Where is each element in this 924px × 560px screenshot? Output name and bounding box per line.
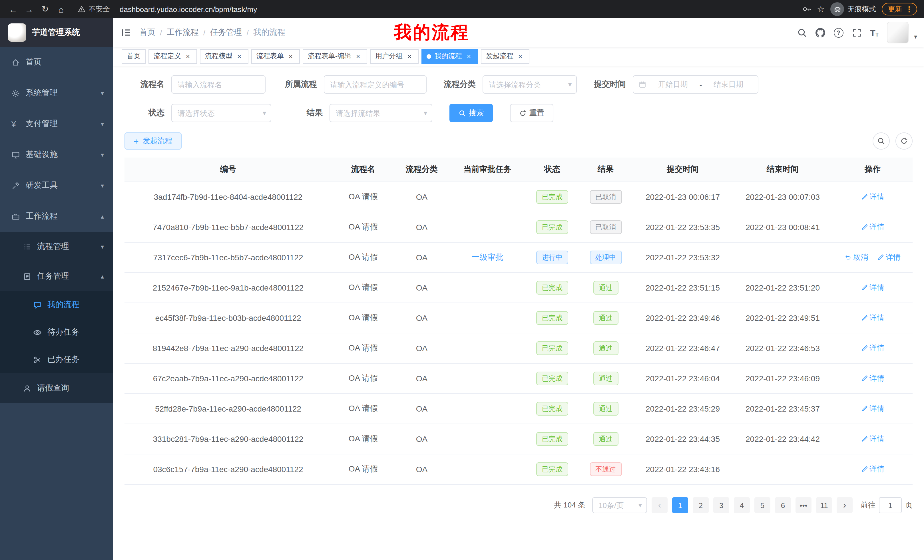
sidebar-item-infrastructure[interactable]: 基础设施 [0, 139, 113, 170]
font-size-icon[interactable] [870, 28, 879, 37]
breadcrumb-task-management[interactable]: 任务管理 [210, 27, 242, 38]
github-icon[interactable] [816, 28, 825, 37]
detail-link[interactable]: 详情 [861, 192, 884, 202]
tab-my-process[interactable]: 我的流程 [422, 49, 478, 64]
sidebar-item-my-process[interactable]: 我的流程 [0, 291, 113, 319]
avatar-caret-icon[interactable] [914, 33, 917, 40]
category-select[interactable] [483, 75, 577, 94]
sidebar-item-home[interactable]: 首页 [0, 47, 113, 78]
page-button-4[interactable]: 4 [734, 497, 750, 513]
start-date-placeholder[interactable]: 开始日期 [649, 79, 697, 90]
page-button-2[interactable]: 2 [693, 497, 709, 513]
sidebar-item-done-tasks[interactable]: 已办任务 [0, 346, 113, 373]
detail-link[interactable]: 详情 [861, 313, 884, 323]
prev-page-button[interactable] [652, 497, 668, 513]
detail-link[interactable]: 详情 [861, 222, 884, 232]
fullscreen-icon[interactable] [852, 28, 862, 37]
tab-process-form-edit[interactable]: 流程表单-编辑 [303, 49, 367, 64]
security-indicator[interactable]: 不安全 [78, 4, 110, 14]
category-select-input[interactable] [483, 75, 577, 94]
sidebar-item-todo-tasks[interactable]: 待办任务 [0, 319, 113, 346]
chevron-down-icon [101, 243, 104, 250]
close-icon[interactable] [405, 52, 414, 60]
close-icon[interactable] [184, 52, 192, 60]
search-button[interactable]: 搜索 [449, 104, 493, 122]
address-bar[interactable]: 不安全 dashboard.yudao.iocoder.cn/bpm/task/… [70, 4, 801, 14]
start-process-button[interactable]: + 发起流程 [124, 132, 182, 150]
sidebar-item-payment[interactable]: ¥ 支付管理 [0, 108, 113, 139]
close-icon[interactable] [286, 52, 295, 60]
tab-user-group[interactable]: 用户分组 [370, 49, 418, 64]
reset-button[interactable]: 重置 [510, 104, 554, 122]
detail-link[interactable]: 详情 [861, 434, 884, 444]
process-definition-input[interactable] [324, 75, 427, 94]
detail-link[interactable]: 详情 [877, 252, 901, 263]
detail-link[interactable]: 详情 [861, 343, 884, 353]
table-row: 67c2eaab-7b9a-11ec-a290-acde48001122 OA … [124, 363, 913, 394]
toggle-search-button[interactable] [873, 132, 890, 150]
detail-link[interactable]: 详情 [861, 373, 884, 383]
sidebar-item-system[interactable]: 系统管理 [0, 78, 113, 108]
logo-image [8, 23, 26, 42]
more-pages-button[interactable]: ••• [795, 497, 812, 513]
page-button-11[interactable]: 11 [816, 497, 832, 513]
page-size-select[interactable] [592, 497, 647, 513]
close-icon[interactable] [465, 52, 473, 60]
tab-home[interactable]: 首页 [122, 49, 146, 64]
key-icon[interactable] [802, 4, 811, 14]
chevron-right-icon [843, 501, 846, 510]
sidebar-item-task-management[interactable]: 任务管理 [0, 262, 113, 291]
sidebar-toggle-icon[interactable] [113, 18, 140, 47]
status-select-input[interactable] [171, 104, 271, 122]
result-select[interactable] [330, 104, 432, 122]
result-select-input[interactable] [330, 104, 432, 122]
user-avatar[interactable] [887, 22, 909, 43]
date-range-picker[interactable]: 开始日期 - 结束日期 [633, 75, 758, 94]
page-button-3[interactable]: 3 [713, 497, 729, 513]
page-size-input[interactable] [592, 497, 647, 513]
detail-link[interactable]: 详情 [861, 404, 884, 414]
sidebar-item-leave-query[interactable]: 请假查询 [0, 373, 113, 403]
reload-icon[interactable]: ↻ [38, 2, 52, 16]
browser-update-button[interactable]: 更新 [882, 3, 917, 15]
process-name-input[interactable] [171, 75, 266, 94]
cancel-link[interactable]: 取消 [844, 252, 868, 263]
end-date-placeholder[interactable]: 结束日期 [704, 79, 753, 90]
back-icon[interactable]: ← [6, 2, 21, 16]
breadcrumb-workflow[interactable]: 工作流程 [167, 27, 199, 38]
breadcrumb-home[interactable]: 首页 [140, 27, 155, 38]
tab-process-form[interactable]: 流程表单 [251, 49, 300, 64]
tabs-bar: 首页 流程定义 流程模型 流程表单 流程表单-编辑 用户分组 我的流程 发起流程 [113, 47, 924, 66]
tab-process-model[interactable]: 流程模型 [200, 49, 248, 64]
refresh-table-button[interactable] [896, 132, 913, 150]
page-button-1[interactable]: 1 [672, 497, 688, 513]
close-icon[interactable] [516, 52, 524, 60]
tools-icon [11, 181, 20, 190]
close-icon[interactable] [235, 52, 243, 60]
goto-page-input[interactable] [879, 497, 902, 513]
search-icon[interactable] [797, 28, 807, 37]
tab-process-definition[interactable]: 流程定义 [148, 49, 197, 64]
browser-menu-icon[interactable] [905, 4, 913, 14]
detail-link[interactable]: 详情 [861, 464, 884, 475]
bookmark-star-icon[interactable] [817, 4, 825, 14]
tab-start-process[interactable]: 发起流程 [481, 49, 530, 64]
sidebar-item-workflow[interactable]: 工作流程 [0, 201, 113, 232]
home-icon[interactable]: ⌂ [54, 2, 69, 16]
forward-icon[interactable]: → [22, 2, 36, 16]
close-icon[interactable] [354, 52, 362, 60]
help-icon[interactable] [834, 28, 843, 37]
url-text[interactable]: dashboard.yudao.iocoder.cn/bpm/task/my [120, 5, 257, 13]
page-button-6[interactable]: 6 [775, 497, 791, 513]
col-current-task: 当前审批任务 [449, 157, 526, 182]
current-task-link[interactable]: 一级审批 [471, 252, 503, 262]
next-page-button[interactable] [837, 497, 853, 513]
app-logo[interactable]: 芋道管理系统 [0, 18, 113, 47]
result-tag: 已取消 [590, 220, 622, 234]
detail-link[interactable]: 详情 [861, 283, 884, 293]
status-select[interactable] [171, 104, 271, 122]
page-button-5[interactable]: 5 [754, 497, 770, 513]
sidebar-item-devtools[interactable]: 研发工具 [0, 170, 113, 201]
sidebar-item-process-management[interactable]: 流程管理 [0, 232, 113, 262]
table-row: 3ad174fb-7b9d-11ec-8404-acde48001122 OA … [124, 182, 913, 212]
